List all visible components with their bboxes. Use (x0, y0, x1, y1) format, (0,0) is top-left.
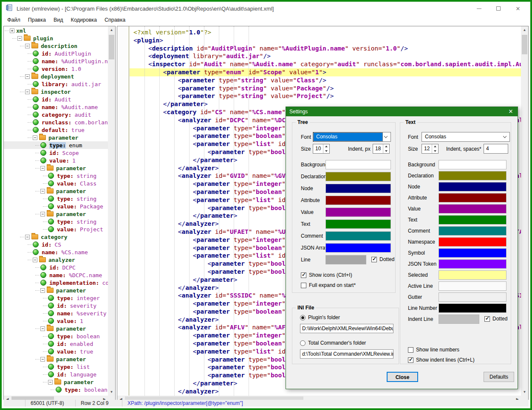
color-swatch-value[interactable] (439, 204, 507, 213)
tree-row[interactable]: xml (4, 27, 108, 34)
option-checkbox[interactable]: Full expand on start* (301, 282, 356, 288)
tree-row[interactable]: library:audit.jar (4, 80, 108, 88)
menu-item[interactable]: Вид (50, 16, 67, 24)
tree-row[interactable]: id:AuditPlugin (4, 50, 108, 57)
tree-row[interactable]: description (4, 42, 108, 50)
color-swatch-attribute[interactable] (325, 196, 391, 205)
color-swatch-text[interactable] (325, 219, 391, 229)
tree-row[interactable]: parameter (4, 378, 108, 386)
editor-line[interactable]: <plugin> (130, 37, 521, 45)
editor-vertical-scrollbar[interactable]: ▲ ▼ (521, 26, 528, 396)
plugins-folder-path[interactable]: D:\Work\Delphi\XMLReview\Win64\Debug\XML (300, 324, 393, 333)
color-swatch-comment[interactable] (325, 231, 391, 241)
tree-row[interactable]: value:Package (4, 202, 108, 210)
tree-row[interactable]: value:Class (4, 180, 108, 187)
xml-tree[interactable]: xmlplugindescriptionid:AuditPluginname:%… (4, 27, 108, 396)
menu-item[interactable]: Кодировка (67, 16, 101, 24)
color-swatch-background[interactable] (325, 160, 391, 169)
color-swatch-text[interactable] (439, 215, 507, 225)
color-swatch-declaration[interactable] (439, 171, 507, 180)
text-size-stepper[interactable]: 12 (422, 144, 439, 154)
color-swatch-value[interactable] (325, 208, 391, 217)
dotted-checkbox[interactable]: Dotted (371, 256, 394, 262)
maximize-button[interactable] (489, 2, 508, 15)
tree-row[interactable]: analyzer (4, 256, 108, 264)
menu-item[interactable]: Правка (24, 16, 50, 24)
tree-row[interactable]: id:severity (4, 302, 108, 309)
tree-row[interactable]: name:%CS.name (4, 248, 108, 256)
tree-row[interactable]: id:CS (4, 241, 108, 248)
tree-row[interactable]: name:%severity (4, 309, 108, 317)
tree-row[interactable]: category (4, 233, 108, 241)
editor-line[interactable]: <parameter type="string" value="Project"… (130, 92, 521, 100)
minimize-button[interactable] (469, 2, 489, 15)
tree-row[interactable]: implementation:co (4, 279, 108, 286)
close-window-button[interactable]: ✕ (508, 2, 528, 15)
text-indent-input[interactable]: 4 (484, 144, 508, 154)
tree-row[interactable]: value:Project (4, 225, 108, 233)
tree-row[interactable]: runclass:com.borland.s (4, 118, 108, 126)
tree-row[interactable]: type:enum (4, 141, 108, 149)
tree-indent-stepper[interactable]: 18 (373, 144, 390, 154)
collapse-icon[interactable] (25, 90, 30, 94)
tree-font-select[interactable]: Consolas (313, 132, 391, 142)
editor-line[interactable]: <deployment library="audit.jar"/> (130, 52, 521, 60)
tree-vertical-scrollbar[interactable]: ▲ ▼ (108, 26, 115, 396)
tree-row[interactable]: parameter (4, 355, 108, 363)
collapse-icon[interactable] (40, 189, 45, 194)
tree-row[interactable]: name:%Audit.name (4, 103, 108, 111)
tree-row[interactable]: version:1.0 (4, 65, 108, 73)
tree-row[interactable]: value:1 (4, 317, 108, 325)
scroll-up-icon[interactable]: ▲ (108, 26, 115, 34)
editor-line-active[interactable]: <parameter type="enum" id="Scope" value=… (130, 68, 521, 76)
collapse-icon[interactable] (17, 36, 22, 41)
tree-row[interactable]: name:%AuditPlugin.name (4, 57, 108, 65)
collapse-icon[interactable] (40, 357, 45, 362)
tree-row[interactable]: id:enabled (4, 340, 108, 348)
collapse-icon[interactable] (25, 44, 30, 48)
tree-row[interactable]: type:string (4, 195, 108, 202)
color-swatch-background[interactable] (439, 160, 507, 169)
tree-row[interactable]: parameter (4, 187, 108, 195)
tree-row[interactable]: name:%DCPC.name (4, 271, 108, 279)
scroll-down-icon[interactable]: ▼ (108, 388, 115, 396)
color-swatch-node[interactable] (439, 182, 507, 191)
color-swatch-line-number[interactable] (439, 303, 507, 313)
tree-row[interactable]: type:boolean (4, 386, 108, 393)
tree-row[interactable]: default:true (4, 126, 108, 134)
color-swatch-json-array[interactable] (325, 243, 391, 253)
tree-row[interactable]: type:boolean (4, 332, 108, 340)
tree-row[interactable]: id:language (4, 371, 108, 378)
option-checkbox[interactable]: Show line numbers (408, 347, 459, 353)
tree-row[interactable]: inspector (4, 88, 108, 95)
tree-row[interactable]: type:string (4, 218, 108, 225)
tree-row[interactable]: type:list (4, 363, 108, 371)
tree-row[interactable]: type:string (4, 172, 108, 180)
color-swatch-line[interactable] (325, 255, 366, 264)
color-swatch-gutter[interactable] (439, 292, 507, 302)
collapse-icon[interactable] (40, 326, 45, 331)
expand-icon[interactable] (10, 28, 14, 33)
color-swatch-symbol[interactable] (439, 248, 507, 258)
option-checkbox[interactable]: Show icons (Ctrl+I) (301, 272, 352, 278)
collapse-icon[interactable] (40, 166, 45, 171)
color-swatch-json-token[interactable] (439, 259, 507, 269)
tree-row[interactable]: parameter (4, 134, 108, 141)
color-swatch-active-line[interactable] (439, 281, 507, 291)
tree-row[interactable]: value:true (4, 348, 108, 355)
tree-row[interactable]: id:Audit (4, 95, 108, 103)
color-swatch-namespace[interactable] (439, 237, 507, 247)
tree-vscroll-thumb[interactable] (109, 35, 114, 59)
tree-row[interactable]: plugin (4, 34, 108, 42)
tree-row[interactable]: parameter (4, 164, 108, 172)
dotted-checkbox[interactable]: Dotted (484, 316, 507, 322)
tree-row[interactable]: category:audit (4, 111, 108, 118)
tree-row[interactable]: type:integer (4, 294, 108, 302)
editor-line[interactable]: <parameter type="string" value="Package"… (130, 84, 521, 93)
color-swatch-selected[interactable] (439, 270, 507, 280)
collapse-icon[interactable] (25, 235, 30, 239)
tree-row[interactable]: parameter (4, 210, 108, 218)
tree-row[interactable]: parameter (4, 325, 108, 332)
tree-row[interactable]: id:Scope (4, 149, 108, 157)
text-font-select[interactable]: Consolas (422, 132, 510, 142)
